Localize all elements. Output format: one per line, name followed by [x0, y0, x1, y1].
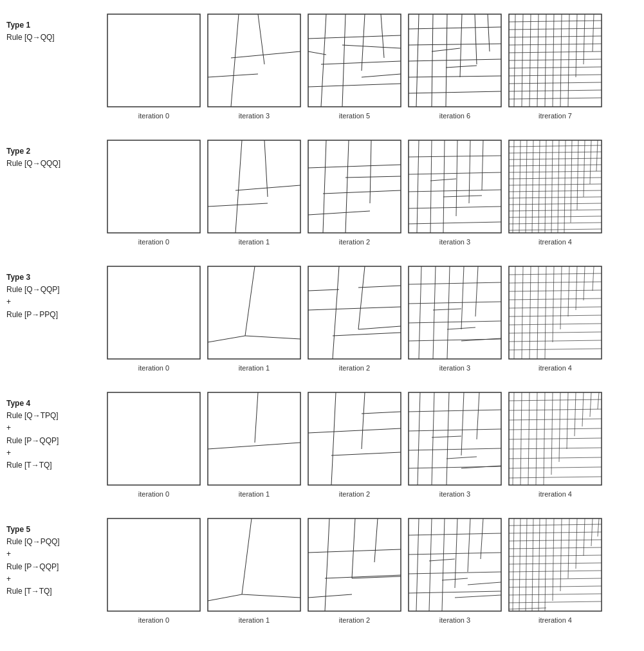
iter-cell: iteration 1: [207, 517, 302, 624]
iter-svg: [207, 517, 302, 612]
iter-label: iteration 3: [439, 238, 470, 246]
iter-label: itreration 4: [538, 490, 572, 498]
svg-rect-82: [509, 140, 602, 233]
iter-svg: [207, 139, 302, 234]
iter-svg: [407, 517, 502, 612]
iter-svg: [508, 391, 603, 486]
iter-svg: [307, 265, 402, 360]
iter-svg: [407, 13, 502, 108]
iter-svg: [106, 13, 201, 108]
svg-rect-217: [409, 518, 501, 611]
iter-svg: [106, 265, 201, 360]
svg-rect-0: [107, 14, 200, 107]
iter-cell: iteration 0: [106, 139, 201, 246]
type2-label: Type 2 Rule [Q→QQQ]: [6, 133, 106, 259]
iter-label: iteration 1: [239, 490, 270, 498]
svg-rect-60: [308, 140, 401, 233]
iter-cell: itreration 4: [508, 139, 603, 246]
iter-cell: itreration 4: [508, 265, 603, 372]
iter-cell: iteration 3: [407, 139, 502, 246]
iter-svg: [407, 391, 502, 486]
iter-svg: [508, 517, 603, 612]
iter-svg: [106, 391, 201, 486]
iter-label: iteration 1: [239, 616, 270, 624]
iter-label: iteration 3: [239, 112, 270, 120]
iter-label: itreration 7: [538, 112, 572, 120]
type2-title: Type 2: [6, 145, 100, 158]
iter-svg: [106, 517, 201, 612]
svg-rect-54: [107, 140, 200, 233]
iter-label: iteration 0: [138, 112, 169, 120]
iter-label: iteration 0: [138, 616, 169, 624]
iter-label: iteration 5: [339, 112, 370, 120]
iter-cell: iteration 1: [207, 265, 302, 372]
iter-label: iteration 3: [439, 616, 470, 624]
type1-label: Type 1 Rule [Q→QQ]: [6, 6, 106, 133]
svg-rect-169: [409, 392, 501, 485]
iter-label: itreration 4: [538, 364, 572, 372]
type1-iterations: iteration 0 iteration 3: [106, 6, 638, 126]
svg-rect-1: [208, 14, 300, 107]
svg-rect-159: [107, 392, 200, 485]
iter-cell: itreration 4: [508, 517, 603, 624]
iter-svg: [407, 139, 502, 234]
main-grid: Type 1 Rule [Q→QQ] iteration 0 iteration…: [6, 6, 638, 637]
type4-iterations: iteration 0 iteration 1 iteration 2: [106, 385, 638, 504]
iter-label: iteration 2: [339, 238, 370, 246]
iter-label: iteration 2: [339, 490, 370, 498]
type3-rule: Rule [Q→QQP]+ Rule [P→PPQ]: [6, 284, 100, 321]
svg-rect-204: [107, 518, 200, 611]
iter-label: iteration 1: [239, 364, 270, 372]
iter-svg: [307, 139, 402, 234]
iter-svg: [207, 13, 302, 108]
type5-rule: Rule [Q→PQQ]+Rule [P→QQP]+Rule [T→TQ]: [6, 536, 100, 598]
iter-label: iteration 0: [138, 490, 169, 498]
iter-svg: [207, 265, 302, 360]
iter-svg: [307, 13, 402, 108]
type1-rule: Rule [Q→QQ]: [6, 32, 100, 44]
iter-cell: iteration 1: [207, 139, 302, 246]
type3-title: Type 3: [6, 271, 100, 284]
type4-label: Type 4 Rule [Q→TPQ]+Rule [P→QQP]+Rule [T…: [6, 385, 106, 511]
iter-cell: iteration 0: [106, 265, 201, 372]
iter-label: iteration 3: [439, 364, 470, 372]
type1-title: Type 1: [6, 19, 100, 32]
iter-label: iteration 1: [239, 238, 270, 246]
type5-iterations: iteration 0 iteration 1 iteratio: [106, 511, 638, 630]
iter-label: itreration 4: [538, 616, 572, 624]
iter-svg: [508, 139, 603, 234]
svg-rect-111: [107, 266, 200, 359]
svg-rect-116: [308, 266, 401, 359]
iter-cell: iteration 0: [106, 391, 201, 498]
iter-label: iteration 2: [339, 616, 370, 624]
type5-title: Type 5: [6, 524, 100, 536]
type3-iterations: iteration 0 iteration 1: [106, 259, 638, 378]
svg-rect-68: [409, 140, 501, 233]
iter-cell: itreration 7: [508, 13, 603, 120]
iter-cell: iteration 3: [407, 391, 502, 498]
svg-rect-124: [409, 266, 501, 359]
iter-cell: iteration 2: [307, 391, 402, 498]
iter-label: iteration 0: [138, 364, 169, 372]
iter-cell: iteration 2: [307, 139, 402, 246]
iter-cell: iteration 5: [307, 13, 402, 120]
type2-rule: Rule [Q→QQQ]: [6, 158, 100, 170]
iter-svg: [207, 391, 302, 486]
iter-svg: [407, 265, 502, 360]
iter-svg: [508, 265, 603, 360]
iter-svg: [307, 517, 402, 612]
iter-svg: [508, 13, 603, 108]
iter-cell: iteration 3: [407, 517, 502, 624]
iter-cell: itreration 4: [508, 391, 603, 498]
svg-rect-163: [308, 392, 401, 485]
svg-rect-160: [208, 392, 300, 485]
type3-label: Type 3 Rule [Q→QQP]+ Rule [P→PPQ]: [6, 259, 106, 385]
iter-label: iteration 2: [339, 364, 370, 372]
iter-label: iteration 6: [439, 112, 470, 120]
iter-svg: [106, 139, 201, 234]
iter-cell: iteration 2: [307, 265, 402, 372]
type5-label: Type 5 Rule [Q→PQQ]+Rule [P→QQP]+Rule [T…: [6, 511, 106, 637]
iter-svg: [307, 391, 402, 486]
type4-title: Type 4: [6, 398, 100, 410]
iter-cell: iteration 2: [307, 517, 402, 624]
